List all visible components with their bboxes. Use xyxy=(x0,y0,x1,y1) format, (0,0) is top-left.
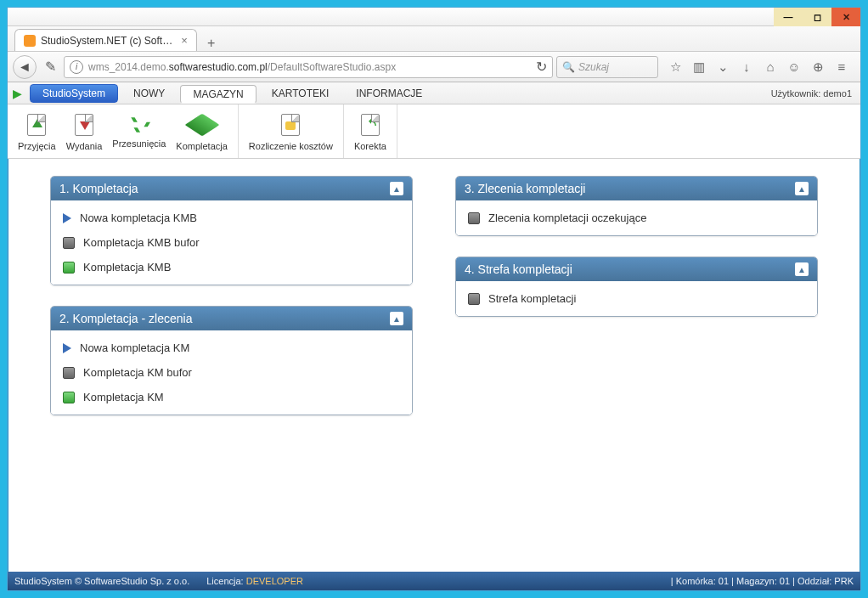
reload-icon[interactable]: ↻ xyxy=(536,59,547,75)
browser-window: — ◻ ✕ StudioSystem.NET (c) Soft… × + ◄ ✎… xyxy=(7,7,861,591)
panel-header[interactable]: 1. Kompletacja▲ xyxy=(51,177,412,200)
ribbon-group-2: Rozliczenie kosztów xyxy=(239,104,344,158)
content-area: 1. Kompletacja▲Nowa kompletacja KMBKompl… xyxy=(8,161,860,568)
collapse-icon[interactable]: ▲ xyxy=(795,182,809,195)
pocket-icon[interactable]: ⌄ xyxy=(714,59,731,75)
ribbon-rozliczenie[interactable]: Rozliczenie kosztów xyxy=(244,108,338,155)
readmode-button[interactable]: ✎ xyxy=(40,57,60,77)
panel-title: 3. Zlecenia kompletacji xyxy=(465,182,585,195)
play-blue-icon xyxy=(63,213,71,223)
ribbon-wydania[interactable]: Wydania xyxy=(61,108,108,155)
ribbon-korekta[interactable]: Korekta xyxy=(349,108,392,155)
downloads-icon[interactable]: ↓ xyxy=(738,59,755,75)
panel-title: 2. Kompletacja - zlecenia xyxy=(59,312,192,325)
panel-item-label: Nowa kompletacja KM xyxy=(80,341,189,354)
menu-magazyn[interactable]: MAGAZYN xyxy=(180,85,256,104)
panel-item[interactable]: Zlecenia kompletacji oczekujące xyxy=(459,206,814,230)
panel-header[interactable]: 4. Strefa kompletacji▲ xyxy=(456,257,817,281)
close-button[interactable]: ✕ xyxy=(831,8,860,26)
minimize-button[interactable]: — xyxy=(774,8,803,26)
url-bar[interactable]: i wms_2014.demo.softwarestudio.com.pl/De… xyxy=(64,56,553,78)
tab-title: StudioSystem.NET (c) Soft… xyxy=(41,35,172,47)
site-info-icon[interactable]: i xyxy=(70,60,83,74)
panel-body: Strefa kompletacji xyxy=(456,281,817,316)
menu-kartoteki[interactable]: KARTOTEKI xyxy=(260,84,341,103)
status-copyright: StudioSystem © SoftwareStudio Sp. z o.o. xyxy=(14,576,189,586)
collapse-icon[interactable]: ▲ xyxy=(390,182,403,195)
ribbon-przyjecia[interactable]: Przyjęcia xyxy=(13,108,61,155)
panel-item[interactable]: Kompletacja KMB xyxy=(54,255,409,279)
square-gray-icon xyxy=(63,367,75,379)
cube-icon xyxy=(184,114,219,137)
panel-title: 4. Strefa kompletacji xyxy=(465,262,572,276)
panel-item[interactable]: Kompletacja KMB bufor xyxy=(54,230,409,255)
panel-item[interactable]: Strefa kompletacji xyxy=(459,286,814,311)
chat-icon[interactable]: ☺ xyxy=(786,59,803,75)
license-link[interactable]: DEVELOPER xyxy=(246,576,303,586)
panel-item[interactable]: Kompletacja KM xyxy=(54,385,409,409)
url-text: wms_2014.demo.softwarestudio.com.pl/Defa… xyxy=(88,61,531,73)
search-box[interactable]: 🔍 Szukaj xyxy=(556,56,658,78)
toolbar-icons: ☆ ▥ ⌄ ↓ ⌂ ☺ ⊕ ≡ xyxy=(662,59,855,75)
ribbon: Przyjęcia Wydania Przesunięcia Kompletac… xyxy=(8,104,860,159)
panel-item[interactable]: Kompletacja KM bufor xyxy=(54,360,409,385)
globe-icon[interactable]: ⊕ xyxy=(809,59,826,75)
menu-icon[interactable]: ≡ xyxy=(833,59,850,75)
home-icon[interactable]: ⌂ xyxy=(762,59,779,75)
collapse-icon[interactable]: ▲ xyxy=(390,312,403,325)
panel-item-label: Zlecenia kompletacji oczekujące xyxy=(488,212,646,224)
status-bar: StudioSystem © SoftwareStudio Sp. z o.o.… xyxy=(8,572,860,590)
favicon-icon xyxy=(24,35,36,47)
menu-nowy[interactable]: NOWY xyxy=(121,84,177,103)
right-column: 3. Zlecenia kompletacji▲Zlecenia komplet… xyxy=(455,176,818,553)
search-icon: 🔍 xyxy=(562,61,575,73)
panel-item-label: Kompletacja KM xyxy=(83,391,164,403)
app-menu-bar: ▶ StudioSystem NOWY MAGAZYN KARTOTEKI IN… xyxy=(8,82,860,104)
panel-body: Nowa kompletacja KMKompletacja KM buforK… xyxy=(51,330,412,415)
titlebar: — ◻ ✕ xyxy=(8,8,860,26)
ribbon-przesuniecia[interactable]: Przesunięcia xyxy=(107,108,171,155)
user-label: Użytkownik: demo1 xyxy=(771,88,860,99)
left-column: 1. Kompletacja▲Nowa kompletacja KMBKompl… xyxy=(50,176,413,553)
menu-brand[interactable]: StudioSystem xyxy=(30,84,118,103)
status-right: | Komórka: 01 | Magazyn: 01 | Oddział: P… xyxy=(671,576,854,586)
panel-item-label: Strefa kompletacji xyxy=(488,292,576,305)
panel-body: Zlecenia kompletacji oczekujące xyxy=(456,200,817,235)
panel-body: Nowa kompletacja KMBKompletacja KMB bufo… xyxy=(51,200,412,285)
play-blue-icon xyxy=(63,343,71,353)
panel-header[interactable]: 2. Kompletacja - zlecenia▲ xyxy=(51,307,412,330)
menu-informacje[interactable]: INFORMACJE xyxy=(344,84,434,103)
tab-close-icon[interactable]: × xyxy=(181,34,188,47)
collapse-icon[interactable]: ▲ xyxy=(795,262,809,276)
square-green-icon xyxy=(63,392,75,403)
browser-navbar: ◄ ✎ i wms_2014.demo.softwarestudio.com.p… xyxy=(8,52,860,82)
library-icon[interactable]: ▥ xyxy=(690,59,707,75)
browser-tabstrip: StudioSystem.NET (c) Soft… × + xyxy=(8,26,860,52)
new-tab-button[interactable]: + xyxy=(202,36,221,51)
maximize-button[interactable]: ◻ xyxy=(803,8,831,26)
panel-item-label: Kompletacja KMB bufor xyxy=(83,236,200,249)
panel-item[interactable]: Nowa kompletacja KMB xyxy=(54,206,409,230)
ribbon-group-1: Przyjęcia Wydania Przesunięcia Kompletac… xyxy=(8,104,239,158)
status-license: Licencja: DEVELOPER xyxy=(206,576,303,586)
square-green-icon xyxy=(63,262,75,274)
ribbon-kompletacja[interactable]: Kompletacja xyxy=(171,108,233,155)
panel-item[interactable]: Nowa kompletacja KM xyxy=(54,336,409,360)
browser-tab[interactable]: StudioSystem.NET (c) Soft… × xyxy=(14,29,197,51)
panel-item-label: Kompletacja KM bufor xyxy=(83,366,192,379)
back-button[interactable]: ◄ xyxy=(13,55,37,79)
run-icon[interactable]: ▶ xyxy=(13,87,28,100)
panel: 3. Zlecenia kompletacji▲Zlecenia komplet… xyxy=(455,176,818,236)
square-gray-icon xyxy=(63,237,75,249)
panel: 2. Kompletacja - zlecenia▲Nowa kompletac… xyxy=(50,306,413,415)
search-placeholder: Szukaj xyxy=(578,61,609,73)
ribbon-group-3: Korekta xyxy=(344,104,397,158)
panel-item-label: Kompletacja KMB xyxy=(83,261,171,274)
bookmark-icon[interactable]: ☆ xyxy=(667,59,684,75)
panel: 1. Kompletacja▲Nowa kompletacja KMBKompl… xyxy=(50,176,413,285)
panel-header[interactable]: 3. Zlecenia kompletacji▲ xyxy=(456,177,817,200)
panel-item-label: Nowa kompletacja KMB xyxy=(80,212,197,224)
panel: 4. Strefa kompletacji▲Strefa kompletacji xyxy=(455,257,818,317)
square-gray-icon xyxy=(468,293,480,305)
recycle-icon xyxy=(128,114,150,136)
